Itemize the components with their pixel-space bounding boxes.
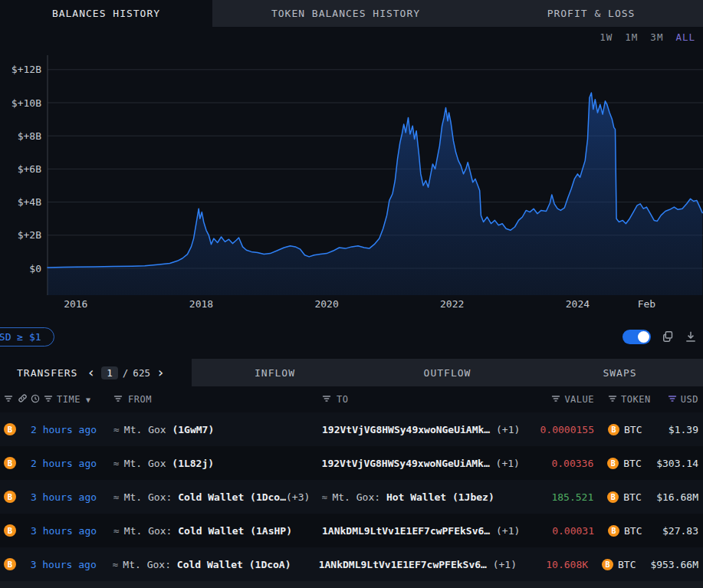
usd-value: $303.14: [656, 458, 698, 469]
column-header-usd[interactable]: USD: [681, 394, 698, 405]
top-tabbar: BALANCES HISTORY TOKEN BALANCES HISTORY …: [0, 0, 703, 27]
to-address: Hot Wallet (1Jbez): [386, 491, 494, 503]
x-axis-tick: 2022: [440, 298, 464, 310]
transfer-value: 10.608K: [546, 559, 588, 570]
token-symbol: BTC: [623, 458, 641, 469]
to-extra-count: (+1): [490, 458, 520, 469]
from-entity: Mt. Gox: [124, 424, 172, 435]
transaction-time-link[interactable]: 3 hours ago: [31, 525, 97, 537]
token-symbol: BTC: [624, 525, 642, 537]
from-entity: Mt. Gox:: [124, 491, 178, 503]
btc-token-icon: B: [4, 524, 16, 537]
link-icon[interactable]: [18, 393, 28, 406]
download-icon[interactable]: [685, 330, 697, 343]
range-all[interactable]: ALL: [675, 31, 695, 43]
from-link[interactable]: Mt. Gox: Cold Wallet (1DcoA): [123, 559, 291, 570]
to-extra-count: (+1): [490, 424, 520, 435]
page-number: 1: [101, 366, 118, 379]
token-symbol: BTC: [618, 559, 636, 570]
transaction-time-link[interactable]: 3 hours ago: [31, 491, 97, 503]
from-link[interactable]: Mt. Gox: Cold Wallet (1Dco…(+3): [124, 491, 310, 503]
from-address: Cold Wallet (1AsHP): [178, 525, 292, 537]
range-1m[interactable]: 1M: [625, 31, 638, 43]
toggle-knob: [638, 331, 649, 343]
table-row[interactable]: B3 hours ago≈Mt. Gox: Cold Wallet (1DcoA…: [0, 547, 703, 581]
table-row[interactable]: B3 hours ago≈Mt. Gox: Cold Wallet (1Dco……: [0, 480, 703, 514]
filter-icon[interactable]: [608, 394, 617, 406]
from-entity: Mt. Gox: [124, 458, 172, 469]
to-link[interactable]: 1ANkDML9LtVv1E1EF7cwPFEkSv6… (+1): [322, 525, 520, 537]
y-axis-tick: $+12B: [11, 64, 41, 75]
range-3m[interactable]: 3M: [650, 31, 663, 43]
x-axis-tick: 2016: [64, 298, 87, 310]
filter-icon[interactable]: [44, 394, 53, 406]
y-axis-tick: $+10B: [11, 97, 41, 109]
column-header-to[interactable]: TO: [337, 394, 348, 405]
tab-balances-history[interactable]: BALANCES HISTORY: [0, 0, 212, 27]
time-range-selector: 1W 1M 3M ALL: [0, 27, 703, 48]
entity-icon: ≈: [322, 491, 328, 503]
from-link[interactable]: Mt. Gox (1L82j): [124, 458, 214, 469]
table-row[interactable]: B3 hours ago≈Mt. Gox: Cold Wallet (1AsHP…: [0, 514, 703, 547]
copy-icon[interactable]: [662, 330, 674, 343]
chevron-down-icon[interactable]: ▼: [86, 396, 91, 404]
y-axis-tick: $+4B: [18, 196, 41, 208]
column-header-from[interactable]: FROM: [128, 394, 152, 405]
usd-value: $953.66M: [650, 559, 698, 570]
usd-value: $16.68M: [656, 491, 698, 503]
column-header-value[interactable]: VALUE: [564, 394, 594, 405]
range-1w[interactable]: 1W: [600, 31, 613, 43]
tab-profit-loss[interactable]: PROFIT & LOSS: [479, 0, 703, 27]
clock-icon[interactable]: [31, 394, 40, 406]
from-link[interactable]: Mt. Gox: Cold Wallet (1AsHP): [124, 525, 292, 537]
y-axis-tick: $+2B: [18, 229, 41, 241]
to-link[interactable]: 192VtVjVG8HWSy49xwoNGeUiAMk… (+1): [322, 424, 520, 435]
filter-icon[interactable]: [4, 394, 13, 406]
to-extra-count: (+1): [490, 525, 520, 537]
page-next-icon[interactable]: ›: [155, 366, 166, 379]
from-link[interactable]: Mt. Gox (1GwM7): [124, 424, 214, 435]
from-address: Cold Wallet (1DcoA): [177, 559, 291, 570]
tab-token-balances-history[interactable]: TOKEN BALANCES HISTORY: [212, 0, 479, 27]
chart-actions: [623, 330, 703, 344]
to-link[interactable]: 192VtVjVG8HWSy49xwoNGeUiAMk… (+1): [322, 458, 520, 469]
token-symbol: BTC: [623, 491, 641, 503]
entity-icon: ≈: [113, 424, 120, 435]
to-entity: Mt. Gox:: [332, 491, 386, 503]
btc-token-icon: B: [607, 491, 619, 503]
filter-icon[interactable]: [113, 394, 123, 406]
filter-icon[interactable]: [322, 394, 331, 406]
column-header-token[interactable]: TOKEN: [621, 394, 651, 405]
from-address: (1L82j): [172, 458, 214, 469]
chart-toggle-switch[interactable]: [623, 330, 651, 344]
transaction-time-link[interactable]: 3 hours ago: [31, 559, 97, 570]
tab-inflow[interactable]: INFLOW: [192, 359, 358, 386]
to-link[interactable]: Mt. Gox: Hot Wallet (1Jbez): [332, 491, 494, 503]
chart-series: [48, 93, 702, 295]
tab-swaps[interactable]: SWAPS: [537, 359, 703, 386]
to-address: 192VtVjVG8HWSy49xwoNGeUiAMk…: [322, 458, 490, 469]
filter-icon[interactable]: [551, 394, 560, 406]
transaction-time-link[interactable]: 2 hours ago: [31, 458, 97, 469]
y-axis-tick: $0: [29, 263, 41, 274]
to-link[interactable]: 1ANkDML9LtVv1E1EF7cwPFEkSv6… (+1): [319, 559, 517, 570]
entity-icon: ≈: [113, 491, 120, 503]
tab-transfers[interactable]: TRANSFERS ‹ 1 / 625 ›: [0, 359, 192, 386]
table-row[interactable]: B2 hours ago≈Mt. Gox (1L82j)192VtVjVG8HW…: [0, 446, 703, 480]
to-address: 192VtVjVG8HWSy49xwoNGeUiAMk…: [322, 424, 490, 435]
transaction-time-link[interactable]: 2 hours ago: [31, 424, 97, 435]
filter-icon-active[interactable]: [668, 394, 677, 406]
tab-outflow[interactable]: OUTFLOW: [358, 359, 537, 386]
page-total: 625: [133, 367, 150, 379]
column-header-time[interactable]: TIME: [57, 394, 80, 405]
btc-token-icon: B: [608, 525, 619, 537]
usd-filter-pill[interactable]: USD ≥ $1: [0, 327, 54, 347]
from-entity: Mt. Gox:: [123, 559, 176, 570]
page-prev-icon[interactable]: ‹: [85, 366, 97, 379]
next-row-edge: [0, 581, 703, 588]
entity-icon: ≈: [113, 525, 120, 537]
x-axis-tick: 2024: [566, 298, 590, 310]
balances-history-chart: $0$+2B$+4B$+6B$+8B$+10B$+12B201620182020…: [0, 48, 703, 314]
from-entity: Mt. Gox:: [124, 525, 178, 537]
table-row[interactable]: B2 hours ago≈Mt. Gox (1GwM7)192VtVjVG8HW…: [0, 412, 703, 446]
